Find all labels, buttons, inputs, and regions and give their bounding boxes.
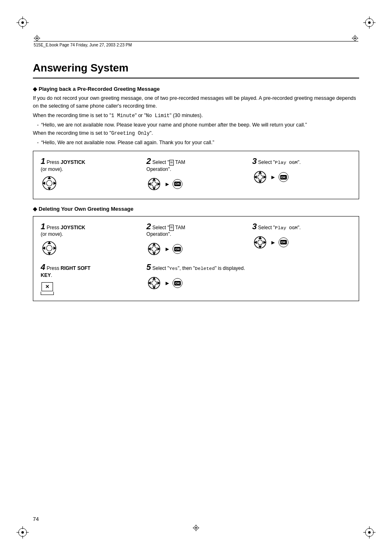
ok-label-2: OK	[280, 175, 287, 180]
inst2-step2-text: 2 Select "∞ TAMOperation".	[146, 222, 185, 238]
section1-header: Playing back a Pre-Recorded Greeting Mes…	[33, 86, 359, 92]
inst2-step1: 1 Press JOYSTICK(or move).	[37, 220, 143, 261]
svg-point-73	[152, 281, 157, 286]
tam-icon-2: ∞	[169, 225, 174, 231]
ok-button-4: OK	[279, 237, 288, 247]
instruction-box-1: 1 Press JOYSTICK(or move).	[33, 151, 359, 199]
mono-1-minute: 1 Minute	[111, 113, 135, 119]
svg-point-67	[258, 240, 263, 245]
inst2-step3: 3 Select "Play OGM". ►	[249, 220, 355, 261]
svg-point-25	[36, 37, 38, 39]
corner-mark-tr	[363, 16, 376, 29]
file-info-bar: 515E_E.book Page 74 Friday, June 27, 200…	[34, 41, 358, 47]
inst1-step2-text: 2 Select "∞ TAMOperation".	[146, 157, 185, 173]
svg-point-31	[354, 37, 356, 39]
page: 515E_E.book Page 74 Friday, June 27, 200…	[0, 0, 392, 555]
ok-label-3: OK	[174, 247, 181, 251]
instruction-box-2: 1 Press JOYSTICK(or move).	[33, 216, 359, 301]
main-content: Answering System Playing back a Pre-Reco…	[33, 62, 359, 301]
ok-button-5: OK	[173, 278, 182, 288]
ok-button-3: OK	[173, 244, 182, 254]
corner-mark-bl	[16, 526, 29, 539]
page-number: 74	[33, 516, 39, 522]
tam-icon-1: ∞	[169, 160, 174, 166]
joystick-icon-1	[41, 175, 58, 193]
inst1-step3-text: 3 Select "Play OGM".	[252, 157, 301, 166]
ok-button-1: OK	[173, 179, 182, 189]
file-info-text: 515E_E.book Page 74 Friday, June 27, 200…	[34, 43, 132, 47]
inst2-step5: 5 Select "Yes", then "Deleted" is displa…	[143, 260, 355, 297]
right-soft-key-icon: ✕	[41, 282, 54, 295]
ok-label-4: OK	[280, 240, 287, 244]
svg-point-43	[152, 182, 157, 187]
section1-body3: When the recording time is set to "Greet…	[33, 129, 359, 137]
page-title: Answering System	[33, 62, 359, 78]
section1-dash2: “Hello, We are not available now. Please…	[40, 139, 359, 147]
section-delete: Deleting Your Own Greeting Message 1 Pre…	[33, 206, 359, 301]
section1-body2: When the recording time is set to "1 Min…	[33, 112, 359, 120]
inst2-step4: 4 Press RIGHT SOFTKEY. ✕	[37, 260, 143, 297]
inst2-step2: 2 Select "∞ TAMOperation". ►	[143, 220, 249, 261]
inst2-step4-text: 4 Press RIGHT SOFTKEY.	[41, 263, 90, 279]
inst2-step2-icons: ► OK	[146, 241, 182, 257]
x-button-base	[41, 292, 54, 295]
corner-mark-tl	[16, 16, 29, 29]
section1-body1: If you do not record your own greeting m…	[33, 94, 359, 110]
joystick-icon-2	[41, 240, 58, 258]
svg-point-13	[21, 531, 24, 534]
ok-label-5: OK	[174, 281, 181, 286]
inst1-step2: 2 Select "∞ TAMOperation". ►	[143, 154, 249, 196]
svg-point-1	[21, 21, 24, 24]
mono-greeting-only: Greeting Only	[111, 131, 150, 136]
inst2-step1-text: 1 Press JOYSTICK(or move).	[41, 222, 85, 238]
inst2-step3-text: 3 Select "Play OGM".	[252, 222, 301, 231]
inst2-step5-text: 5 Select "Yes", then "Deleted" is displa…	[146, 263, 245, 272]
svg-point-7	[368, 21, 371, 24]
inst2-step3-icons: ► OK	[252, 235, 288, 250]
svg-point-79	[195, 527, 197, 529]
section1-dash1: “Hello, we are not available now. Please…	[40, 121, 359, 129]
inst1-step1-text: 1 Press JOYSTICK(or move).	[41, 157, 85, 173]
inst1-step3: 3 Select "Play OGM". ►	[249, 154, 355, 196]
inst2-step5-icons: ► OK	[146, 275, 182, 291]
ok-label-1: OK	[174, 182, 181, 186]
inst1-step2-icons: ► OK	[146, 176, 182, 192]
svg-point-55	[46, 245, 52, 251]
inst1-step1: 1 Press JOYSTICK(or move).	[37, 154, 143, 196]
section2-header: Deleting Your Own Greeting Message	[33, 206, 359, 212]
corner-mark-br	[363, 526, 376, 539]
svg-point-37	[46, 180, 52, 186]
x-button: ✕	[42, 282, 53, 291]
svg-point-49	[258, 175, 263, 180]
reg-mark-file-right	[352, 35, 358, 43]
reg-mark-bottom-center	[193, 525, 199, 532]
mono-no-limit: No Limit	[146, 113, 170, 119]
inst1-step3-icons: ► OK	[252, 169, 288, 185]
reg-mark-file-left	[34, 35, 40, 43]
ok-button-2: OK	[279, 172, 288, 182]
svg-point-61	[152, 246, 157, 251]
section-prerecorded: Playing back a Pre-Recorded Greeting Mes…	[33, 86, 359, 199]
svg-point-19	[368, 531, 371, 534]
